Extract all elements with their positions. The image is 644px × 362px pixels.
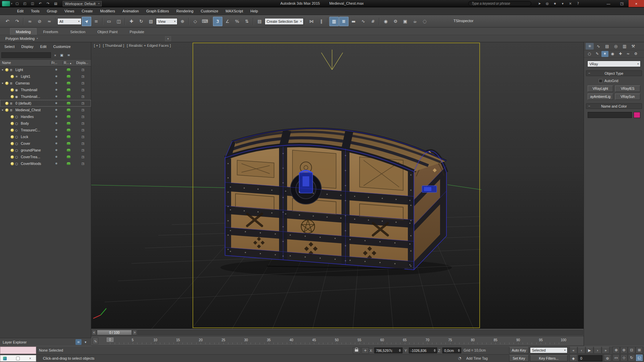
bind-to-space-warp-icon[interactable]: ≈	[45, 17, 54, 26]
list-item[interactable]: ○Lock❄◳	[0, 133, 91, 140]
visibility-bulb-icon[interactable]	[11, 115, 14, 118]
ruler-tick[interactable]: 50	[335, 338, 338, 342]
visibility-bulb-icon[interactable]	[5, 102, 8, 105]
time-configuration-button[interactable]: ⊚	[604, 355, 611, 362]
mirror-icon[interactable]: ⋈	[307, 17, 316, 26]
vrayies-button[interactable]: VRayIES	[615, 85, 641, 92]
render-iterative-icon[interactable]: ◌	[420, 17, 429, 26]
rectangular-selection-region-icon[interactable]: ▭	[104, 17, 114, 26]
redo-icon[interactable]: ↷	[12, 17, 22, 26]
material-editor-icon[interactable]: ◉	[381, 17, 390, 26]
ruler-tick[interactable]: 35	[267, 338, 271, 342]
list-item[interactable]: ☀Light1❄◳	[0, 73, 91, 80]
display-toggle[interactable]: ◳	[75, 122, 91, 125]
object-color-swatch[interactable]	[634, 112, 640, 118]
selection-lock-icon[interactable]	[353, 347, 360, 354]
visibility-bulb-icon[interactable]	[5, 109, 8, 112]
pan-icon[interactable]: ⊹	[620, 354, 628, 361]
viewport-canvas[interactable]	[91, 42, 584, 329]
orbit-icon[interactable]: ↻	[628, 354, 635, 361]
renderable-toggle[interactable]	[62, 122, 75, 125]
renderable-toggle[interactable]	[62, 109, 75, 111]
align-icon[interactable]: ∥	[317, 17, 326, 26]
medieval-chest-object[interactable]	[225, 128, 446, 270]
time-slider-handle[interactable]: 0 / 100	[97, 330, 132, 335]
display-toggle[interactable]: ◳	[75, 95, 91, 98]
ruler-tick[interactable]: 30	[244, 338, 248, 342]
menu-modifiers[interactable]: Modifiers	[96, 7, 119, 15]
add-time-tag[interactable]: Add Time Tag	[466, 356, 488, 360]
renderable-toggle[interactable]	[62, 102, 75, 105]
absolute-mode-icon[interactable]: +	[362, 347, 369, 354]
ruler-tick[interactable]: 80	[471, 338, 475, 342]
set-key-button[interactable]: Set Key	[509, 355, 529, 362]
clear-search-icon[interactable]: ×	[53, 53, 58, 57]
menu-customize[interactable]: Customize	[197, 7, 222, 15]
listener-input-strip[interactable]: ×	[0, 355, 36, 362]
modify-tab-icon[interactable]: ∿	[594, 43, 602, 50]
list-item[interactable]: ○CoverTrea...❄◳	[0, 154, 91, 160]
list-item[interactable]: ○CoverWoods❄◳	[0, 160, 91, 167]
render-production-icon[interactable]: ☕	[410, 17, 420, 26]
cameras-category-icon[interactable]: ◉	[609, 51, 616, 57]
utilities-tab-icon[interactable]: ⚒	[629, 43, 637, 50]
visibility-bulb-icon[interactable]	[11, 162, 14, 165]
spinner-icon[interactable]	[398, 349, 401, 352]
frozen-toggle[interactable]: ❄	[50, 115, 62, 118]
viewport-menu-shading[interactable]: [ Realistic + Edged Faces ]	[127, 44, 171, 48]
explorer-settings-icon[interactable]: ▾	[83, 339, 89, 345]
frozen-toggle[interactable]: ❄	[50, 148, 62, 152]
expand-arrow-icon[interactable]: ▼	[1, 109, 5, 111]
select-and-link-icon[interactable]: ∞	[25, 17, 35, 26]
percent-snap-icon[interactable]: %	[232, 17, 242, 26]
ruler-tick[interactable]: 95	[539, 338, 543, 342]
mini-curve-editor-button[interactable]: ∿	[93, 338, 98, 344]
frozen-toggle[interactable]: ❄	[50, 142, 62, 145]
maximize-viewport-icon[interactable]: ◱	[636, 354, 643, 361]
render-setup-icon[interactable]: ⚙	[391, 17, 400, 26]
explorer-menu-edit[interactable]: Edit	[40, 45, 47, 49]
spinner-icon[interactable]	[433, 349, 436, 352]
explorer-search-input[interactable]	[1, 52, 51, 58]
visibility-bulb-icon[interactable]	[11, 75, 14, 78]
redo-quick-icon[interactable]: ↷	[45, 1, 52, 6]
ruler-tick[interactable]: 0	[107, 338, 113, 342]
viewport-menu-general[interactable]: [ + ]	[94, 44, 100, 48]
ruler-tick[interactable]: 25	[221, 338, 225, 342]
frozen-toggle[interactable]: ❄	[50, 108, 62, 112]
ruler-tick[interactable]: 55	[358, 338, 361, 342]
search-go-icon[interactable]: ➤	[536, 1, 543, 6]
workspace-dropdown[interactable]: Workspace: Default ▾	[63, 1, 102, 6]
display-toggle[interactable]: ◳	[75, 148, 91, 152]
project-folder-icon[interactable]: ▤	[52, 1, 59, 6]
visibility-bulb-icon[interactable]	[11, 95, 14, 98]
vraylight-button[interactable]: VRayLight	[588, 85, 613, 92]
renderable-toggle[interactable]	[62, 149, 75, 152]
select-and-rotate-icon[interactable]: ↻	[137, 17, 146, 26]
visibility-bulb-icon[interactable]	[11, 129, 14, 132]
ruler-tick[interactable]: 100	[561, 338, 567, 342]
renderable-toggle[interactable]	[62, 95, 75, 98]
ruler-tick[interactable]: 90	[516, 338, 520, 342]
toggle-scene-explorer-icon[interactable]: ▥	[329, 17, 339, 26]
visibility-bulb-icon[interactable]	[11, 122, 14, 125]
viewport[interactable]: [ + ] [ Thumbnail ] [ Realistic + Edged …	[91, 42, 584, 329]
reference-coordinate-dropdown[interactable]: View▾	[156, 18, 177, 25]
renderable-toggle[interactable]	[62, 156, 75, 158]
tab-freeform[interactable]: Freeform	[38, 28, 64, 35]
angle-snap-icon[interactable]: ∠	[223, 17, 232, 26]
window-crossing-icon[interactable]: ◫	[114, 17, 123, 26]
snap-toggle-3d-icon[interactable]: 3	[213, 17, 222, 26]
auto-key-button[interactable]: Auto Key	[509, 347, 529, 354]
select-by-name-icon[interactable]: ≡	[92, 17, 101, 26]
create-tab-icon[interactable]: ✳	[586, 43, 594, 50]
object-type-rollout[interactable]: − Object Type	[586, 70, 642, 76]
spinner-icon[interactable]	[457, 349, 460, 352]
selection-filter-dropdown[interactable]: All▾	[57, 18, 82, 25]
menu-rendering[interactable]: Rendering	[173, 7, 197, 15]
expand-arrow-icon[interactable]: ▼	[1, 82, 5, 84]
visibility-bulb-icon[interactable]	[5, 82, 8, 85]
key-filters-button[interactable]: Key Filters...	[530, 355, 568, 361]
display-toggle[interactable]: ◳	[75, 88, 91, 92]
frozen-toggle[interactable]: ❄	[50, 68, 62, 71]
